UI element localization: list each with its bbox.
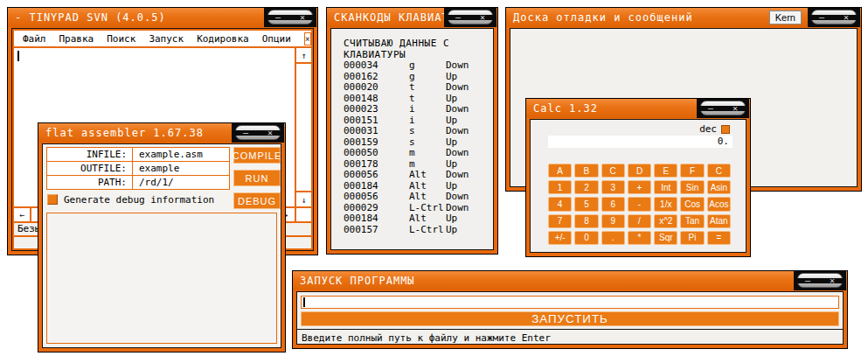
path-field[interactable]: /rd/1/ [133, 177, 174, 188]
calc-key-sin[interactable]: Sin [680, 180, 704, 194]
calc-title: Calc 1.32 [533, 102, 598, 115]
debug-info-checkbox[interactable] [47, 194, 58, 205]
kern-button[interactable]: Kern [769, 10, 802, 24]
calc-key-square[interactable]: x^2 [654, 214, 677, 228]
calc-keypad: A B C D E F C 1 2 3 + Int Sin Asin 4 5 6… [548, 164, 731, 245]
calc-key-atan[interactable]: Atan [707, 214, 731, 228]
calc-key-c-hex[interactable]: C [601, 164, 625, 178]
menu-file[interactable]: Файл [23, 33, 46, 45]
minimize-icon[interactable]: – [447, 13, 469, 22]
infile-row: INFILE: example.asm [46, 147, 230, 162]
calc-key-acos[interactable]: Acos [707, 197, 731, 211]
calc-key-5[interactable]: 5 [574, 197, 598, 211]
calc-key-0[interactable]: 0 [574, 231, 598, 245]
calc-key-9[interactable]: 9 [601, 214, 625, 228]
calc-key-multiply[interactable]: * [628, 231, 651, 245]
calc-key-decimal[interactable]: . [601, 231, 625, 245]
fasm-title: flat assembler 1.67.38 [45, 127, 204, 139]
close-icon[interactable]: ✕ [259, 129, 281, 137]
outfile-row: OUTFILE: example [46, 161, 230, 176]
close-icon[interactable]: ✕ [821, 276, 844, 285]
scan-state: Up [446, 213, 490, 225]
calc-window-controls: – ✕ [697, 99, 749, 118]
debug-info-checkbox-label: Generate debug information [64, 194, 214, 206]
window-fasm: flat assembler 1.67.38 – ✕ INFILE: examp… [38, 122, 286, 353]
calc-key-clear[interactable]: C [707, 164, 731, 178]
scancode-row: 000020tDown [344, 82, 490, 94]
calc-key-int[interactable]: Int [654, 180, 677, 194]
calc-key-pi[interactable]: Pi [680, 231, 704, 245]
calc-key-1[interactable]: 1 [548, 180, 572, 194]
fasm-window-controls: – ✕ [232, 123, 284, 143]
calc-key-divide[interactable]: / [628, 214, 651, 228]
scancode-row: 000056AltDown [344, 192, 490, 203]
calc-key-sqrt[interactable]: Sqr [654, 231, 677, 245]
calc-key-4[interactable]: 4 [548, 197, 572, 211]
board-window-controls: – ✕ [808, 8, 860, 27]
calc-key-6[interactable]: 6 [601, 197, 625, 211]
debug-button[interactable]: DEBUG [233, 192, 281, 209]
menu-search[interactable]: Поиск [107, 33, 135, 45]
scan-key: Alt [409, 213, 446, 225]
scancodes-table: 000034gDown 000162gUp 000020tDown 000148… [344, 60, 490, 235]
scan-code: 000031 [344, 126, 409, 137]
scan-key: i [409, 104, 446, 115]
vertical-scrollbar[interactable]: ↑ ↓ [296, 48, 311, 206]
calc-key-cos[interactable]: Cos [680, 197, 704, 211]
scancode-row: 000157L-CtrlUp [344, 225, 490, 236]
calc-key-tan[interactable]: Tan [680, 214, 704, 228]
scan-state: Up [446, 225, 490, 236]
calc-key-asin[interactable]: Asin [707, 180, 731, 194]
calc-key-7[interactable]: 7 [548, 214, 572, 228]
infile-field[interactable]: example.asm [133, 149, 203, 160]
scan-state: Down [446, 192, 490, 203]
launcher-titlebar[interactable]: ЗАПУСК ПРОГРАММЫ [293, 271, 847, 290]
minimize-icon[interactable]: – [234, 129, 257, 137]
menu-encoding[interactable]: Кодировка [197, 33, 249, 45]
path-input[interactable] [301, 296, 839, 309]
close-icon[interactable]: ✕ [724, 104, 746, 113]
calc-mode: dec [699, 123, 730, 135]
scroll-down-icon[interactable]: ↓ [296, 192, 311, 206]
tinypad-window-controls: – ✕ [264, 8, 316, 27]
calc-key-plus[interactable]: + [628, 180, 651, 194]
launch-button[interactable]: ЗАПУСТИТЬ [301, 311, 839, 326]
close-icon[interactable]: ✕ [471, 13, 494, 22]
calc-key-3[interactable]: 3 [601, 180, 625, 194]
calc-key-sign[interactable]: +/- [548, 231, 572, 245]
calc-key-f[interactable]: F [680, 164, 704, 178]
run-button[interactable]: RUN [233, 170, 281, 186]
minimize-icon[interactable]: – [267, 13, 289, 22]
calc-key-reciprocal[interactable]: 1/x [654, 197, 677, 211]
calc-key-e[interactable]: E [654, 164, 677, 178]
menu-options[interactable]: Опции [262, 33, 291, 45]
scan-code: 000056 [344, 170, 409, 181]
vertical-scroll-track[interactable] [296, 64, 311, 191]
menu-edit[interactable]: Правка [59, 33, 94, 45]
calc-key-b[interactable]: B [574, 164, 598, 178]
scan-key: m [409, 148, 446, 159]
calc-key-d[interactable]: D [628, 164, 651, 178]
scroll-up-icon[interactable]: ↑ [296, 48, 311, 62]
menu-run[interactable]: Запуск [149, 33, 184, 45]
close-icon[interactable]: ✕ [291, 13, 314, 22]
minimize-icon[interactable]: – [699, 104, 722, 113]
outfile-field[interactable]: example [133, 163, 179, 174]
scroll-left-icon[interactable]: ← [14, 208, 30, 221]
minimize-icon[interactable]: – [796, 276, 819, 285]
calc-key-equals[interactable]: = [707, 231, 731, 245]
menu-close-button[interactable]: × [304, 32, 311, 45]
scan-key: g [409, 60, 446, 72]
scan-key: s [409, 126, 446, 137]
calc-mode-toggle[interactable] [721, 125, 730, 134]
calc-body: dec 0. A B C D E F C 1 2 3 + Int Sin Asi… [530, 119, 746, 253]
scan-key: t [409, 82, 446, 94]
compile-button[interactable]: COMPILE [233, 147, 281, 164]
calc-key-2[interactable]: 2 [574, 180, 598, 194]
scan-state: Down [446, 60, 490, 72]
calc-key-a[interactable]: A [548, 164, 572, 178]
calc-key-minus[interactable]: - [628, 197, 651, 211]
close-icon[interactable]: ✕ [835, 13, 858, 22]
calc-key-8[interactable]: 8 [574, 214, 598, 228]
minimize-icon[interactable]: – [810, 13, 833, 22]
